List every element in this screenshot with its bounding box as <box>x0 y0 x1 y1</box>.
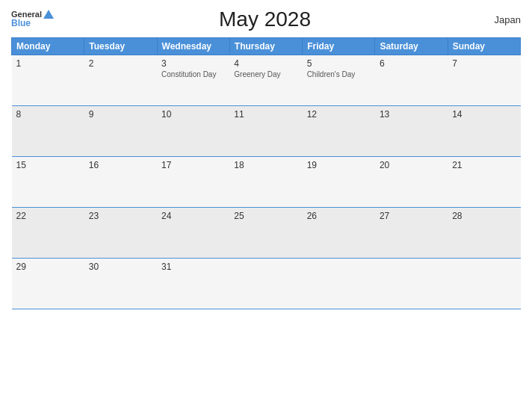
day-number: 3 <box>161 58 225 69</box>
day-number: 19 <box>307 160 371 170</box>
calendar-cell: 23 <box>84 208 157 259</box>
day-number: 16 <box>89 160 152 170</box>
day-number: 13 <box>380 109 443 120</box>
day-number: 2 <box>89 58 152 69</box>
calendar-cell: 7 <box>448 55 520 106</box>
calendar-cell: 27 <box>375 208 448 259</box>
day-number: 24 <box>161 211 225 221</box>
day-number: 10 <box>161 109 225 120</box>
calendar-cell <box>229 259 302 309</box>
calendar-cell: 9 <box>84 106 157 157</box>
day-number: 23 <box>89 211 152 221</box>
day-number: 15 <box>16 160 80 170</box>
calendar-cell: 25 <box>229 208 302 259</box>
table-row: 22232425262728 <box>12 208 521 259</box>
calendar-cell: 21 <box>448 157 520 208</box>
calendar-cell: 30 <box>84 259 157 309</box>
header-monday: Monday <box>12 38 84 55</box>
holiday-label: Greenery Day <box>234 70 297 78</box>
calendar-cell: 4Greenery Day <box>229 55 302 106</box>
calendar-cell: 31 <box>157 259 229 309</box>
calendar-cell: 8 <box>12 106 84 157</box>
calendar-cell: 14 <box>448 106 520 157</box>
table-row: 891011121314 <box>12 106 521 157</box>
table-row: 15161718192021 <box>12 157 521 208</box>
day-number: 31 <box>161 262 225 272</box>
calendar-cell: 20 <box>375 157 448 208</box>
weekday-header-row: Monday Tuesday Wednesday Thursday Friday… <box>12 38 521 55</box>
calendar-table: Monday Tuesday Wednesday Thursday Friday… <box>11 37 521 309</box>
calendar-page: General Blue May 2028 Japan Monday Tuesd… <box>0 0 532 411</box>
calendar-cell: 19 <box>303 157 375 208</box>
calendar-cell: 5Children's Day <box>303 55 375 106</box>
day-number: 22 <box>16 211 80 221</box>
holiday-label: Children's Day <box>307 70 371 78</box>
logo-blue-text: Blue <box>11 19 31 28</box>
day-number: 18 <box>234 160 297 170</box>
day-number: 21 <box>452 160 516 170</box>
day-number: 11 <box>234 109 297 120</box>
day-number: 5 <box>307 58 371 69</box>
logo: General Blue <box>11 10 54 28</box>
calendar-cell: 26 <box>303 208 375 259</box>
table-row: 293031 <box>12 259 521 309</box>
calendar-title: May 2028 <box>54 7 476 31</box>
header-sunday: Sunday <box>448 38 520 55</box>
day-number: 27 <box>380 211 443 221</box>
calendar-cell: 2 <box>84 55 157 106</box>
day-number: 25 <box>234 211 297 221</box>
day-number: 14 <box>452 109 516 120</box>
header-thursday: Thursday <box>229 38 302 55</box>
day-number: 30 <box>89 262 152 272</box>
calendar-cell: 22 <box>12 208 84 259</box>
day-number: 12 <box>307 109 371 120</box>
calendar-cell: 16 <box>84 157 157 208</box>
day-number: 6 <box>380 58 443 69</box>
day-number: 9 <box>89 109 152 120</box>
day-number: 4 <box>234 58 297 69</box>
calendar-cell: 15 <box>12 157 84 208</box>
day-number: 28 <box>452 211 516 221</box>
day-number: 8 <box>16 109 80 120</box>
calendar-cell: 11 <box>229 106 302 157</box>
calendar-cell <box>375 259 448 309</box>
logo-triangle-icon <box>43 10 54 19</box>
day-number: 1 <box>16 58 80 69</box>
holiday-label: Constitution Day <box>161 70 225 78</box>
calendar-cell <box>303 259 375 309</box>
calendar-cell: 18 <box>229 157 302 208</box>
day-number: 17 <box>161 160 225 170</box>
calendar-cell: 29 <box>12 259 84 309</box>
calendar-cell: 1 <box>12 55 84 106</box>
header: General Blue May 2028 Japan <box>11 7 521 31</box>
header-wednesday: Wednesday <box>157 38 229 55</box>
country-label: Japan <box>476 14 521 25</box>
calendar-cell: 10 <box>157 106 229 157</box>
calendar-cell: 28 <box>448 208 520 259</box>
calendar-cell: 6 <box>375 55 448 106</box>
calendar-cell: 24 <box>157 208 229 259</box>
header-tuesday: Tuesday <box>84 38 157 55</box>
calendar-cell: 13 <box>375 106 448 157</box>
calendar-cell: 3Constitution Day <box>157 55 229 106</box>
day-number: 20 <box>380 160 443 170</box>
calendar-cell: 17 <box>157 157 229 208</box>
calendar-cell <box>448 259 520 309</box>
day-number: 7 <box>452 58 516 69</box>
day-number: 26 <box>307 211 371 221</box>
header-friday: Friday <box>303 38 375 55</box>
calendar-cell: 12 <box>303 106 375 157</box>
header-saturday: Saturday <box>375 38 448 55</box>
table-row: 123Constitution Day4Greenery Day5Childre… <box>12 55 521 106</box>
day-number: 29 <box>16 262 80 272</box>
